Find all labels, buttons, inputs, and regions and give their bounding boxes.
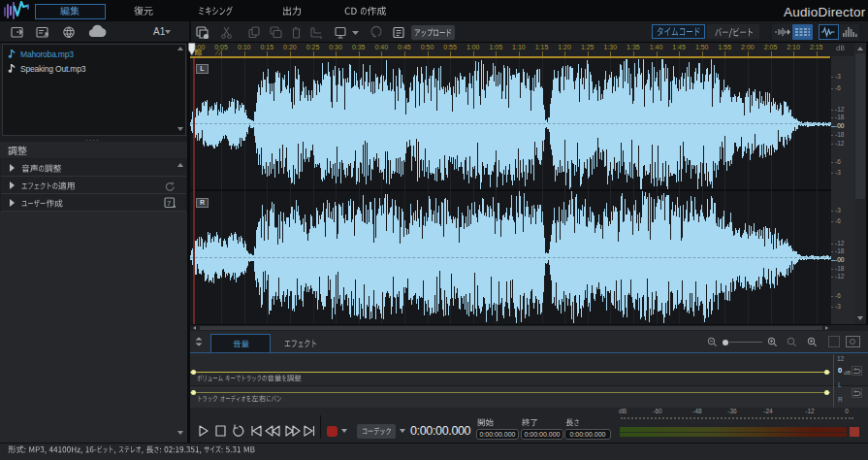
svg-text:7: 7 <box>167 199 171 208</box>
